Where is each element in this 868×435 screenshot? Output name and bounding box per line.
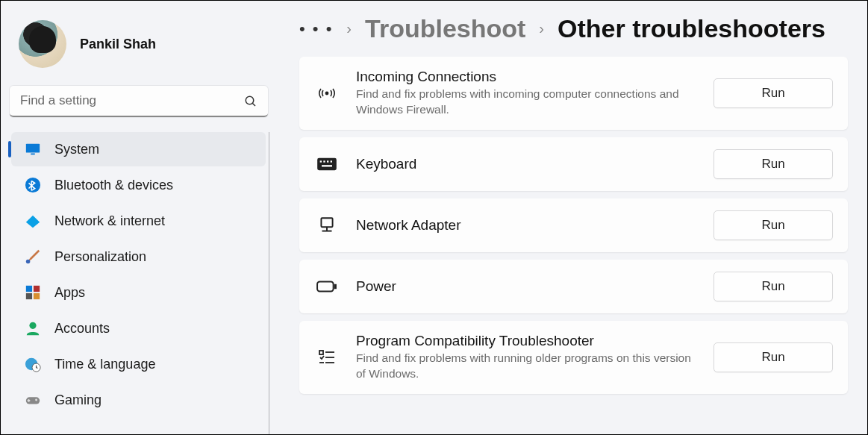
- card-description: Find and fix problems with running older…: [356, 351, 696, 382]
- chevron-right-icon: ›: [346, 20, 352, 37]
- card-title: Network Adapter: [356, 217, 696, 234]
- sidebar-item-label: Personalization: [54, 249, 146, 265]
- svg-point-14: [35, 399, 37, 401]
- card-title: Power: [356, 278, 696, 295]
- keyboard-icon: [316, 154, 338, 174]
- svg-rect-6: [26, 286, 32, 292]
- card-body: Incoming ConnectionsFind and fix problem…: [356, 69, 696, 118]
- svg-rect-20: [331, 160, 332, 162]
- wifi-icon: [25, 213, 41, 229]
- avatar: [19, 20, 66, 68]
- sidebar-item-label: Apps: [54, 285, 85, 301]
- svg-rect-9: [34, 293, 40, 299]
- svg-point-5: [26, 260, 31, 264]
- svg-rect-3: [31, 154, 35, 155]
- svg-point-15: [325, 92, 328, 94]
- svg-rect-7: [34, 286, 40, 292]
- sidebar-item-accounts[interactable]: Accounts: [11, 311, 266, 345]
- sidebar-item-label: Bluetooth & devices: [54, 178, 173, 193]
- sidebar: Pankil Shah SystemBluetooth & devicesNet…: [1, 1, 277, 434]
- breadcrumb-prev[interactable]: Troubleshoot: [365, 14, 525, 43]
- card-description: Find and fix problems with incoming comp…: [356, 87, 696, 118]
- sidebar-nav: SystemBluetooth & devicesNetwork & inter…: [8, 132, 269, 434]
- breadcrumb-current: Other troubleshooters: [558, 14, 825, 43]
- card-body: Network Adapter: [356, 217, 696, 234]
- antenna-icon: [316, 84, 338, 103]
- sidebar-item-time-language[interactable]: Time & language: [11, 347, 266, 381]
- sidebar-item-label: Time & language: [54, 357, 155, 372]
- sidebar-item-system[interactable]: System: [11, 132, 266, 166]
- svg-rect-27: [319, 351, 323, 354]
- run-button[interactable]: Run: [714, 210, 833, 240]
- sidebar-item-label: Accounts: [54, 321, 110, 337]
- card-title: Incoming Connections: [356, 69, 696, 85]
- apps-icon: [25, 284, 41, 301]
- profile-name: Pankil Shah: [80, 37, 156, 52]
- brush-icon: [25, 248, 41, 265]
- svg-rect-16: [317, 158, 337, 170]
- person-icon: [25, 320, 41, 337]
- list-check-icon: [316, 348, 338, 367]
- sidebar-item-apps[interactable]: Apps: [11, 275, 266, 310]
- chevron-right-icon: ›: [539, 20, 544, 37]
- card-body: Power: [356, 278, 696, 295]
- svg-rect-18: [323, 160, 325, 162]
- battery-icon: [316, 277, 338, 296]
- run-button[interactable]: Run: [714, 78, 833, 108]
- troubleshooter-card: Program Compatibility TroubleshooterFind…: [299, 321, 848, 394]
- breadcrumb-ellipsis[interactable]: • • •: [299, 19, 333, 39]
- svg-point-10: [29, 322, 36, 329]
- main-content: • • • › Troubleshoot › Other troubleshoo…: [277, 1, 867, 434]
- sidebar-item-gaming[interactable]: Gaming: [11, 383, 266, 417]
- troubleshooter-card: Incoming ConnectionsFind and fix problem…: [299, 57, 848, 130]
- breadcrumb: • • • › Troubleshoot › Other troubleshoo…: [299, 14, 848, 43]
- svg-rect-17: [320, 160, 322, 162]
- svg-point-0: [246, 96, 254, 104]
- card-body: Keyboard: [356, 156, 696, 172]
- troubleshooter-card: Network AdapterRun: [299, 198, 848, 252]
- svg-rect-19: [327, 160, 328, 162]
- profile-block[interactable]: Pankil Shah: [8, 16, 269, 81]
- svg-rect-8: [26, 293, 32, 299]
- card-title: Program Compatibility Troubleshooter: [356, 333, 696, 349]
- net-adapter-icon: [316, 216, 338, 235]
- svg-rect-25: [317, 281, 334, 291]
- troubleshooter-list: Incoming ConnectionsFind and fix problem…: [299, 57, 848, 394]
- bluetooth-icon: [25, 177, 41, 193]
- svg-rect-26: [334, 284, 337, 289]
- run-button[interactable]: Run: [714, 149, 833, 179]
- search-wrap: [10, 86, 268, 117]
- gamepad-icon: [25, 392, 41, 408]
- monitor-icon: [25, 141, 41, 157]
- run-button[interactable]: Run: [714, 342, 833, 372]
- sidebar-item-label: Gaming: [54, 392, 102, 408]
- svg-rect-2: [26, 144, 40, 153]
- search-input[interactable]: [10, 86, 268, 117]
- sidebar-item-bluetooth-devices[interactable]: Bluetooth & devices: [11, 168, 266, 202]
- troubleshooter-card: KeyboardRun: [299, 137, 848, 191]
- globe-clock-icon: [25, 356, 41, 372]
- run-button[interactable]: Run: [714, 272, 833, 301]
- card-body: Program Compatibility TroubleshooterFind…: [356, 333, 696, 382]
- sidebar-item-label: Network & internet: [54, 213, 165, 229]
- sidebar-item-network-internet[interactable]: Network & internet: [11, 204, 266, 238]
- sidebar-item-personalization[interactable]: Personalization: [11, 240, 266, 274]
- svg-rect-22: [321, 218, 332, 227]
- svg-line-1: [252, 103, 255, 106]
- troubleshooter-card: PowerRun: [299, 260, 848, 313]
- search-icon: [244, 95, 257, 108]
- svg-rect-21: [322, 165, 332, 166]
- card-title: Keyboard: [356, 156, 696, 172]
- sidebar-item-label: System: [54, 142, 99, 157]
